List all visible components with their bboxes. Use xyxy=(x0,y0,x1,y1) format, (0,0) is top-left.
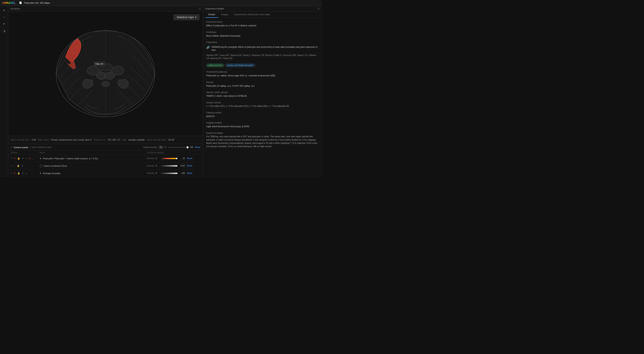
configure-column-header: Configure intensity xyxy=(147,151,200,154)
unlink-icon[interactable]: ⌀ xyxy=(25,171,28,175)
target-icon[interactable]: ⊗ xyxy=(28,157,31,160)
row2-actions: ⠿ ○ 🔒 👁 ↓ xyxy=(11,164,40,168)
control-panel-title: Control panel xyxy=(14,146,28,149)
minus-icon[interactable]: ⊖ xyxy=(13,157,16,160)
unlink-icon[interactable]: ⌀ xyxy=(25,157,28,160)
row3-reset-button[interactable]: Reset xyxy=(187,172,192,174)
row2-reset-button[interactable]: Reset xyxy=(187,165,192,167)
brain-svg xyxy=(46,24,165,123)
collapse-icon[interactable]: ▾ xyxy=(11,146,12,149)
lock-icon[interactable]: 🔒 xyxy=(16,164,20,168)
row1-config: Intensity 0 32 Reset xyxy=(147,157,200,160)
intensity-max: 246 xyxy=(179,172,185,174)
species-value: TRAP2+/-;Ai14+ mice (bred to C57BL/6) xyxy=(206,94,319,98)
pct-badge[interactable]: % xyxy=(159,146,163,149)
row1-reset-button[interactable]: Reset xyxy=(187,157,192,160)
imaging-section: Imaging modality Light sheet fluorescent… xyxy=(206,122,319,128)
map-label: Map xyxy=(122,139,126,141)
visualizer-label: Visualizer xyxy=(10,8,20,10)
drag-handle-icon[interactable]: ⠿ xyxy=(11,164,12,167)
experiment-name-section: Experiment Name Effect of psilocybin on … xyxy=(206,21,319,27)
drag-handle-icon[interactable]: ⠿ xyxy=(11,157,12,160)
download-icon[interactable]: ↓ xyxy=(32,172,34,175)
link-icon[interactable]: 🔗 xyxy=(206,46,210,49)
intensity-min: 0 xyxy=(156,172,160,174)
drag-handle-icon[interactable]: ⠿ xyxy=(11,172,12,175)
publications-label: Publications xyxy=(206,41,319,44)
intensity-label: Intensity xyxy=(147,172,154,174)
minus-icon[interactable]: ⊖ xyxy=(13,171,16,175)
download-icon[interactable]: ↓ xyxy=(31,164,33,168)
tab-sharing[interactable]: Experiments sharing the same atlas xyxy=(231,12,273,18)
status-bar: Map's intensity value 0.00 Brain region … xyxy=(8,136,203,144)
species-label: Species, strain, gene(s) xyxy=(206,91,319,93)
left-sidebar: ▲ ⌂ ▼ ◑ xyxy=(0,6,8,177)
global-intensity-slider[interactable] xyxy=(168,147,188,148)
experiment-name-value: Effect of psilocybin on c-Fos-IF in dist… xyxy=(206,24,319,27)
control-panel: ▾ Control panel 2 active statistical map… xyxy=(8,144,203,177)
chevron-down-icon: ▾ xyxy=(195,16,196,19)
tags-section: rabbit anti-cFos donkey anti-Rabbit Alex… xyxy=(206,64,319,67)
intensity-min: 0 xyxy=(156,165,160,167)
name-column-header: Name xyxy=(40,151,147,154)
right-panel-header: Experiment details ⊡ xyxy=(203,6,322,12)
download-icon[interactable]: ↓ xyxy=(32,157,34,160)
map-intensity-value: 152.00 xyxy=(168,139,174,141)
document-icon: 📄 xyxy=(19,2,22,4)
sample-label: Sample sizes(s) xyxy=(206,102,319,104)
intensity-max: 32 xyxy=(179,157,185,160)
table-row: ⠿ ⊖ 🔒 👁 ⌀ ↓ ✦ Average template Intensity… xyxy=(8,170,203,177)
publication-link: 🔗 UNRAVELing the synergistic effects of … xyxy=(206,44,319,53)
lock-icon[interactable]: 🔒 xyxy=(17,157,20,160)
eye-icon[interactable]: 👁 xyxy=(22,157,24,160)
publication-authors: Rijsketic DR*, Casey AB*, Barbosa DA, Zh… xyxy=(206,54,319,60)
map-intensity-value2: 0.00 xyxy=(32,139,36,141)
tab-details[interactable]: Details xyxy=(206,12,218,18)
svg-point-7 xyxy=(112,66,124,75)
panel-close-icon[interactable]: ⊡ xyxy=(199,7,201,10)
logo: UNRAVEL xyxy=(2,1,16,5)
global-reset-button[interactable]: Reset xyxy=(195,146,200,148)
intensity-gradient-slider[interactable] xyxy=(161,158,178,159)
global-intensity-label: Global intensity xyxy=(143,146,157,148)
row2-name: i Gubra Combined 25um xyxy=(40,164,147,167)
space1 xyxy=(28,173,31,174)
tab-images[interactable]: Images xyxy=(218,12,231,18)
chevron-down-icon[interactable]: ▼ xyxy=(2,22,6,26)
home-icon[interactable]: ⌂ xyxy=(2,15,6,19)
eye-icon[interactable]: 👁 xyxy=(22,172,24,175)
eye-icon[interactable]: 👁 xyxy=(21,164,24,168)
intensity-gradient-slider[interactable] xyxy=(161,173,178,174)
map-intensity-label2: Map's intensity value xyxy=(11,139,30,141)
statistical-maps-button[interactable]: Statistical maps ▾ xyxy=(174,15,200,20)
treatment-section: Treatment/Condition(s) Psilocybin vs. sa… xyxy=(206,71,319,77)
chevron-up-icon[interactable]: ▲ xyxy=(2,8,6,12)
experiment-name-label: Experiment Name xyxy=(206,21,319,23)
sample-value: n = 9 for saline (HC); n = 8 for psilocy… xyxy=(206,105,319,108)
intensity-max: 1142 xyxy=(179,165,185,167)
contributor-label: Contributor xyxy=(206,31,319,33)
space2 xyxy=(28,165,30,166)
right-panel-content: Experiment Name Effect of psilocybin on … xyxy=(203,18,322,177)
intensity-gradient-slider[interactable] xyxy=(161,165,178,167)
global-intensity-controls: Global intensity % 0 246 Reset xyxy=(143,146,200,149)
intensity-label: Intensity xyxy=(147,165,154,167)
layers-icon[interactable]: ◑ xyxy=(2,29,6,33)
lock-icon[interactable]: 🔒 xyxy=(17,171,20,175)
main-layout: ▲ ⌂ ▼ ◑ Visualizer ⊡ Statistical maps ▾ xyxy=(0,6,322,177)
publications-section: Publications 🔗 UNRAVELing the synergisti… xyxy=(206,41,319,60)
voxels-label: Voxels (x,y,z) xyxy=(94,139,106,141)
row3-config: Intensity 0 246 Reset xyxy=(147,172,200,174)
imaging-value: Light sheet fluorescent microscopy (LSFM… xyxy=(206,125,319,128)
star-icon: ✦ xyxy=(40,172,42,175)
exp-details-section: Experiment details For TRAPing, mice wer… xyxy=(206,132,319,148)
row2-config: Intensity 0 1142 Reset xyxy=(147,165,200,167)
circle-icon[interactable]: ○ xyxy=(13,164,16,168)
right-panel-close-icon[interactable]: ⊡ xyxy=(318,7,320,10)
right-panel-tabs: Details Images Experiments sharing the s… xyxy=(203,12,322,18)
star-icon: ✦ xyxy=(40,157,42,160)
title-chevron-icon[interactable]: ⌄ xyxy=(52,2,54,4)
publication-title: UNRAVELing the synergistic effects of ps… xyxy=(212,46,319,52)
clearing-value: iDISCO+ xyxy=(206,115,319,118)
row1-actions: ⠿ ⊖ 🔒 👁 ⌀ ⊗ ↓ xyxy=(11,157,40,160)
